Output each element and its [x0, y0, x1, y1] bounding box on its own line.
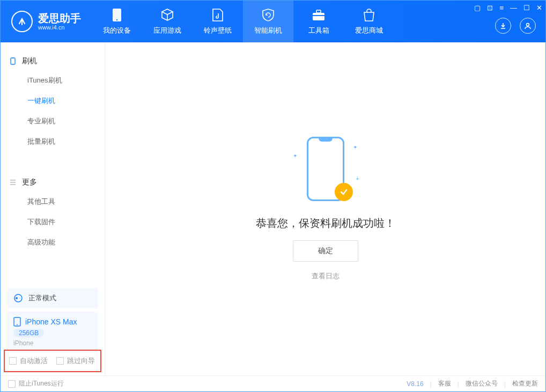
skip-guide-checkbox[interactable]: 跳过向导: [56, 356, 95, 366]
view-log-link[interactable]: 查看日志: [312, 271, 340, 281]
user-icon[interactable]: [520, 18, 536, 34]
sidebar-item-batch-flash[interactable]: 批量刷机: [1, 131, 105, 152]
nav-label: 应用游戏: [153, 26, 181, 35]
nav-my-device[interactable]: 我的设备: [92, 1, 142, 42]
list-icon: [9, 179, 17, 186]
check-update-link[interactable]: 检查更新: [512, 379, 538, 388]
sidebar-item-advanced[interactable]: 高级功能: [1, 232, 105, 253]
checkbox-label: 阻止iTunes运行: [19, 379, 64, 388]
checkbox-label: 跳过向导: [67, 356, 95, 366]
header-right-icons: [495, 18, 536, 34]
phone-icon: [109, 8, 124, 23]
sidebar-item-other-tools[interactable]: 其他工具: [1, 191, 105, 212]
sidebar-item-oneclick-flash[interactable]: 一键刷机: [1, 91, 105, 111]
app-site: www.i4.cn: [38, 24, 81, 31]
device-type: iPhone: [13, 339, 92, 347]
close-icon[interactable]: ✕: [536, 4, 542, 12]
nav-ringtone-wallpaper[interactable]: 铃声壁纸: [193, 1, 243, 42]
success-message: 恭喜您，保资料刷机成功啦！: [256, 216, 395, 231]
sidebar-group-label: 刷机: [22, 56, 37, 66]
nav-label: 我的设备: [103, 26, 131, 35]
device-capacity: 256GB: [13, 329, 44, 337]
menu-icon[interactable]: ≡: [499, 4, 504, 12]
svg-point-5: [527, 24, 529, 26]
device-mode-text: 正常模式: [28, 293, 56, 303]
nav-label: 工具箱: [308, 26, 329, 35]
toolbox-icon: [311, 8, 326, 23]
maximize-icon[interactable]: ☐: [523, 4, 530, 12]
window-controls: ▢ ⊡ ≡ — ☐ ✕: [474, 4, 542, 12]
nav-label: 铃声壁纸: [204, 26, 232, 35]
top-nav: 我的设备 应用游戏 铃声壁纸 智能刷机 工具箱 爱思商城: [92, 1, 394, 42]
svg-point-1: [116, 19, 117, 20]
svg-rect-6: [11, 58, 15, 64]
svg-point-9: [19, 298, 20, 299]
device-mode-box[interactable]: 正常模式: [7, 288, 98, 308]
bag-icon: [361, 8, 377, 23]
device-info-box[interactable]: iPhone XS Max 256GB iPhone: [7, 312, 98, 352]
skin-icon[interactable]: ▢: [474, 4, 481, 12]
check-badge-icon: [335, 183, 353, 201]
logo-icon: [11, 11, 33, 32]
device-icon: [9, 57, 17, 65]
nav-toolbox[interactable]: 工具箱: [293, 1, 344, 42]
app-name: 爱思助手: [38, 12, 81, 24]
sidebar: 刷机 iTunes刷机 一键刷机 专业刷机 批量刷机 更多 其他工具 下载固件 …: [1, 42, 105, 375]
nav-label: 智能刷机: [254, 26, 282, 35]
sidebar-item-download-firmware[interactable]: 下载固件: [1, 212, 105, 232]
device-name: iPhone XS Max: [25, 317, 77, 326]
logo-area: 爱思助手 www.i4.cn: [1, 11, 92, 32]
mode-icon: [13, 293, 23, 303]
block-itunes-checkbox[interactable]: 阻止iTunes运行: [8, 379, 64, 388]
svg-rect-2: [313, 13, 324, 20]
sidebar-group-more: 更多: [1, 173, 105, 191]
app-header: 爱思助手 www.i4.cn 我的设备 应用游戏 铃声壁纸 智能刷机 工具箱 爱…: [1, 1, 545, 42]
sidebar-group-label: 更多: [22, 177, 37, 187]
auto-activate-checkbox[interactable]: 自动激活: [9, 356, 48, 366]
checkbox-label: 自动激活: [20, 356, 48, 366]
svg-rect-4: [313, 15, 324, 16]
nav-apps-games[interactable]: 应用游戏: [142, 1, 193, 42]
status-bar: 阻止iTunes运行 V8.16 | 客服 | 微信公众号 | 检查更新: [1, 375, 545, 391]
svg-point-8: [16, 297, 18, 299]
minimize-icon[interactable]: —: [510, 4, 517, 12]
shield-refresh-icon: [261, 8, 276, 23]
sidebar-item-pro-flash[interactable]: 专业刷机: [1, 111, 105, 131]
sidebar-item-itunes-flash[interactable]: iTunes刷机: [1, 70, 105, 91]
success-illustration: ✦✦+: [296, 137, 355, 206]
version-text: V8.16: [407, 380, 423, 388]
svg-point-11: [17, 324, 18, 326]
wechat-link[interactable]: 微信公众号: [466, 379, 498, 388]
download-icon[interactable]: [495, 18, 511, 34]
sidebar-group-flash: 刷机: [1, 52, 105, 70]
music-file-icon: [210, 8, 225, 23]
ok-button[interactable]: 确定: [293, 240, 358, 262]
nav-store[interactable]: 爱思商城: [344, 1, 394, 42]
feedback-icon[interactable]: ⊡: [487, 4, 493, 12]
nav-label: 爱思商城: [355, 26, 383, 35]
highlighted-options: 自动激活 跳过向导: [4, 350, 101, 372]
svg-rect-3: [316, 10, 321, 13]
main-content: ✦✦+ 恭喜您，保资料刷机成功啦！ 确定 查看日志: [105, 42, 545, 375]
nav-smart-flash[interactable]: 智能刷机: [243, 1, 293, 42]
service-link[interactable]: 客服: [438, 379, 451, 388]
cube-icon: [160, 8, 175, 23]
phone-small-icon: [13, 317, 21, 327]
